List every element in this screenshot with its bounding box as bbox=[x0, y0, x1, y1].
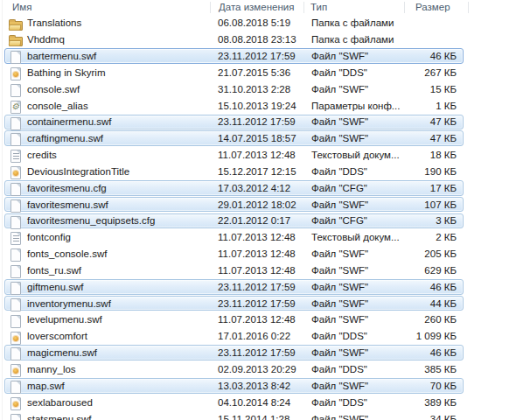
file-row-target[interactable]: DeviousIntegrationTitle 15.12.2017 12:15… bbox=[4, 164, 464, 179]
file-size: 44 КБ bbox=[430, 298, 457, 309]
file-size: 46 КБ bbox=[430, 347, 457, 359]
file-size: 260 КБ bbox=[424, 314, 457, 326]
table-row: craftingmenu.swf 14.07.2015 18:57 Файл "… bbox=[0, 130, 530, 147]
file-name: favoritesmenu_equipsets.cfg bbox=[27, 215, 155, 227]
file-row-target[interactable]: Vhddmq 08.08.2018 23:13 Папка с файлами bbox=[4, 32, 464, 47]
file-type: Файл "SWF" bbox=[311, 83, 368, 94]
file-row-target[interactable]: sexlabaroused 04.10.2014 8:24 Файл "DDS"… bbox=[4, 395, 464, 410]
file-row-target[interactable]: Translations 06.08.2018 5:19 Папка с фай… bbox=[4, 16, 464, 32]
file-type: Файл "DDS" bbox=[311, 331, 367, 342]
column-header-name[interactable]: Имя bbox=[12, 2, 31, 12]
file-row-target[interactable]: manny_los 02.09.2013 20:29 Файл "DDS" 38… bbox=[4, 361, 464, 377]
file-name: console.swf bbox=[27, 83, 80, 94]
swf-icon bbox=[9, 248, 23, 262]
swf-icon bbox=[9, 314, 23, 328]
file-row-target[interactable]: Bathing in Skyrim 21.07.2015 5:36 Файл "… bbox=[4, 65, 464, 80]
table-row: fonts_ru.swf 11.07.2013 12:48 Файл "SWF"… bbox=[0, 262, 530, 279]
file-date-modified: 21.07.2015 5:36 bbox=[218, 66, 290, 78]
swf-icon bbox=[9, 83, 23, 97]
column-divider[interactable] bbox=[404, 2, 405, 13]
swf-icon bbox=[9, 50, 23, 64]
file-type: Файл "DDS" bbox=[311, 165, 367, 177]
file-name: favoritesmenu.swf bbox=[27, 199, 108, 210]
file-type: Файл "DDS" bbox=[311, 66, 367, 78]
file-name: Translations bbox=[27, 18, 81, 29]
config-icon bbox=[9, 100, 23, 114]
file-date-modified: 14.07.2015 18:57 bbox=[218, 133, 296, 144]
file-row-target[interactable]: favoritesmenu_equipsets.cfg 22.01.2012 0… bbox=[4, 214, 464, 229]
column-header-type[interactable]: Тип bbox=[310, 2, 327, 12]
file-row-target[interactable]: console.swf 31.10.2013 2:28 Файл "SWF" 1… bbox=[4, 81, 464, 97]
file-date-modified: 15.11.2014 1:28 bbox=[218, 413, 289, 420]
file-date-modified: 06.08.2018 5:19 bbox=[218, 18, 290, 29]
file-row-target[interactable]: fonts_console.swf 11.07.2013 12:48 Файл … bbox=[4, 246, 464, 262]
file-row-target[interactable]: magicmenu.swf 23.11.2012 17:59 Файл "SWF… bbox=[4, 345, 464, 360]
swf-icon bbox=[9, 182, 23, 196]
file-name: fonts_console.swf bbox=[27, 248, 107, 260]
file-row-target[interactable]: inventorymenu.swf 23.11.2012 17:59 Файл … bbox=[4, 296, 464, 312]
dds-icon bbox=[9, 165, 23, 179]
file-date-modified: 11.07.2013 12:48 bbox=[218, 150, 296, 161]
file-row-target[interactable]: map.swf 13.03.2013 8:42 Файл "SWF" 70 КБ bbox=[4, 378, 464, 394]
swf-icon bbox=[9, 215, 23, 229]
file-date-modified: 11.07.2013 12:48 bbox=[218, 248, 296, 260]
file-size: 267 КБ bbox=[424, 66, 457, 78]
table-row: Vhddmq 08.08.2018 23:13 Папка с файлами bbox=[0, 32, 530, 48]
file-type: Файл "SWF" bbox=[311, 281, 368, 292]
file-row-target[interactable]: containermenu.swf 23.11.2012 17:59 Файл … bbox=[4, 115, 464, 130]
file-name: credits bbox=[27, 150, 57, 161]
folder-icon bbox=[9, 33, 23, 47]
table-row: giftmenu.swf 23.11.2012 17:59 Файл "SWF"… bbox=[0, 279, 530, 296]
file-type: Файл "SWF" bbox=[311, 380, 368, 391]
file-type: Текстовый докум... bbox=[311, 232, 400, 243]
file-type: Файл "SWF" bbox=[311, 50, 368, 61]
file-name: favoritesmenu.cfg bbox=[27, 182, 107, 193]
column-divider[interactable] bbox=[468, 2, 469, 13]
file-date-modified: 13.03.2013 8:42 bbox=[218, 380, 290, 391]
table-row: loverscomfort 17.01.2016 0:22 Файл "DDS"… bbox=[0, 328, 530, 345]
folder-icon bbox=[9, 18, 23, 32]
file-name: DeviousIntegrationTitle bbox=[27, 165, 129, 177]
file-size: 70 КБ bbox=[430, 380, 457, 391]
file-type: Файл "SWF" bbox=[311, 199, 368, 210]
file-date-modified: 29.01.2012 18:02 bbox=[218, 199, 296, 210]
file-row-target[interactable]: bartermenu.swf 23.11.2012 17:59 Файл "SW… bbox=[4, 48, 464, 64]
file-date-modified: 31.10.2013 2:28 bbox=[218, 83, 290, 94]
file-name: magicmenu.swf bbox=[27, 347, 97, 359]
swf-icon bbox=[9, 281, 23, 295]
file-row-target[interactable]: giftmenu.swf 23.11.2012 17:59 Файл "SWF"… bbox=[4, 279, 464, 295]
file-row-target[interactable]: favoritesmenu.cfg 17.03.2012 4:12 Файл "… bbox=[4, 180, 464, 196]
column-header-date-modified[interactable]: Дата изменения bbox=[219, 2, 294, 12]
file-row-target[interactable]: console_alias 15.10.2013 19:24 Параметры… bbox=[4, 98, 464, 114]
column-header-size[interactable]: Размер bbox=[415, 2, 450, 12]
swf-icon bbox=[9, 298, 23, 312]
file-row-target[interactable]: levelupmenu.swf 11.07.2013 12:48 Файл "S… bbox=[4, 312, 464, 328]
file-row-target[interactable]: loverscomfort 17.01.2016 0:22 Файл "DDS"… bbox=[4, 329, 464, 345]
file-date-modified: 11.07.2013 12:48 bbox=[218, 232, 296, 243]
column-divider[interactable] bbox=[303, 2, 304, 13]
table-row: manny_los 02.09.2013 20:29 Файл "DDS" 38… bbox=[0, 361, 530, 378]
swf-icon bbox=[9, 346, 23, 360]
table-row: bartermenu.swf 23.11.2012 17:59 Файл "SW… bbox=[0, 48, 530, 65]
file-name: console_alias bbox=[27, 100, 88, 111]
column-divider[interactable] bbox=[210, 2, 211, 13]
file-type: Текстовый докум... bbox=[311, 150, 400, 161]
file-date-modified: 23.11.2012 17:59 bbox=[218, 298, 296, 309]
file-type: Файл "SWF" bbox=[311, 314, 368, 326]
table-row: console.swf 31.10.2013 2:28 Файл "SWF" 1… bbox=[0, 80, 530, 97]
file-name: giftmenu.swf bbox=[27, 281, 84, 292]
table-row: magicmenu.swf 23.11.2012 17:59 Файл "SWF… bbox=[0, 345, 530, 361]
file-row-target[interactable]: favoritesmenu.swf 29.01.2012 18:02 Файл … bbox=[4, 197, 464, 213]
file-row-target[interactable]: fonts_ru.swf 11.07.2013 12:48 Файл "SWF"… bbox=[4, 262, 464, 278]
file-row-target[interactable]: statsmenu.swf 15.11.2014 1:28 Файл "SWF"… bbox=[4, 411, 464, 420]
file-row-target[interactable]: fontconfig 11.07.2013 12:48 Текстовый до… bbox=[4, 229, 464, 245]
file-size: 3 КБ bbox=[436, 215, 457, 227]
file-size: 15 КБ bbox=[430, 83, 457, 94]
file-row-target[interactable]: credits 11.07.2013 12:48 Текстовый докум… bbox=[4, 147, 464, 163]
file-name: Bathing in Skyrim bbox=[27, 66, 105, 78]
table-row: sexlabaroused 04.10.2014 8:24 Файл "DDS"… bbox=[0, 394, 530, 410]
file-type: Файл "SWF" bbox=[311, 413, 368, 420]
file-type: Файл "SWF" bbox=[311, 347, 368, 359]
file-row-target[interactable]: craftingmenu.swf 14.07.2015 18:57 Файл "… bbox=[4, 130, 464, 146]
file-type: Файл "SWF" bbox=[311, 133, 368, 144]
